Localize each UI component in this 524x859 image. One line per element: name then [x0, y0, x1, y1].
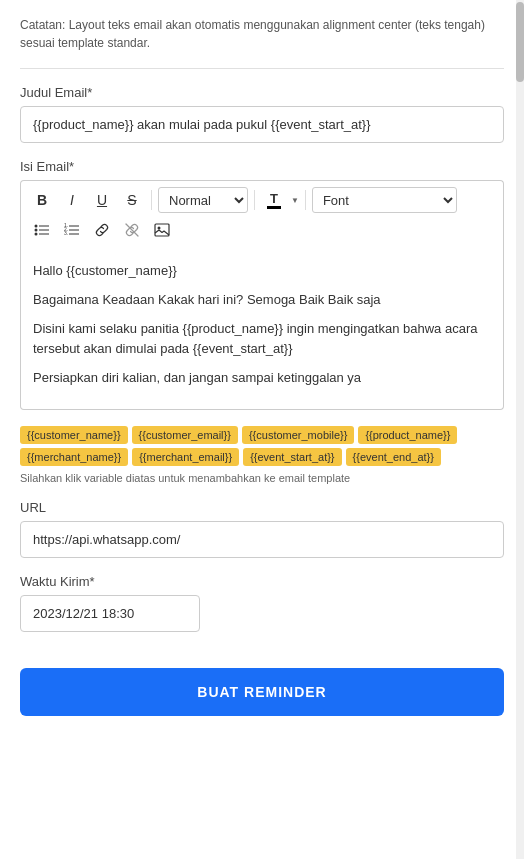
waktu-field-group: Waktu Kirim* — [20, 574, 504, 632]
email-body-area[interactable]: Hallo {{customer_name}} Bagaimana Keadaa… — [20, 249, 504, 410]
url-field-group: URL — [20, 500, 504, 558]
toolbar-sep-1 — [151, 190, 152, 210]
image-icon — [154, 222, 170, 238]
svg-rect-5 — [39, 234, 49, 235]
svg-rect-11 — [69, 234, 79, 235]
text-color-icon: T — [270, 192, 278, 205]
text-color-button[interactable]: T — [261, 187, 287, 213]
body-line-3: Disini kami selaku panitia {{product_nam… — [33, 319, 491, 361]
var-product-name[interactable]: {{product_name}} — [358, 426, 457, 444]
var-merchant-name[interactable]: {{merchant_name}} — [20, 448, 128, 466]
bold-button[interactable]: B — [29, 187, 55, 213]
isi-field-group: Isi Email* B I U S Normal Small Large Hu… — [20, 159, 504, 410]
svg-point-0 — [35, 225, 38, 228]
color-dropdown-arrow[interactable]: ▼ — [291, 196, 299, 205]
body-line-4: Persiapkan diri kalian, dan jangan sampa… — [33, 368, 491, 389]
email-toolbar: B I U S Normal Small Large Huge T ▼ — [20, 180, 504, 249]
link-button[interactable] — [89, 217, 115, 243]
page-container: Catatan: Layout teks email akan otomatis… — [0, 0, 524, 732]
var-event-end[interactable]: {{event_end_at}} — [346, 448, 441, 466]
svg-rect-1 — [39, 226, 49, 227]
judul-field-group: Judul Email* — [20, 85, 504, 143]
unlink-button[interactable] — [119, 217, 145, 243]
underline-button[interactable]: U — [89, 187, 115, 213]
waktu-label: Waktu Kirim* — [20, 574, 504, 589]
list-ul-icon — [34, 222, 50, 238]
toolbar-sep-2 — [254, 190, 255, 210]
variable-tags: {{customer_name}} {{customer_email}} {{c… — [20, 426, 504, 466]
body-line-2: Bagaimana Keadaan Kakak hari ini? Semoga… — [33, 290, 491, 311]
svg-rect-13 — [155, 224, 169, 236]
font-size-select[interactable]: Normal Small Large Huge — [158, 187, 248, 213]
link-icon — [94, 222, 110, 238]
svg-text:3.: 3. — [64, 230, 68, 236]
judul-label: Judul Email* — [20, 85, 504, 100]
scrollbar-thumb[interactable] — [516, 2, 524, 82]
svg-rect-7 — [69, 226, 79, 227]
variables-section: {{customer_name}} {{customer_email}} {{c… — [20, 426, 504, 484]
info-note: Catatan: Layout teks email akan otomatis… — [20, 16, 504, 52]
var-hint: Silahkan klik variable diatas untuk mena… — [20, 472, 504, 484]
unordered-list-button[interactable] — [29, 217, 55, 243]
body-line-1: Hallo {{customer_name}} — [33, 261, 491, 282]
svg-rect-9 — [69, 230, 79, 231]
submit-button[interactable]: BUAT REMINDER — [20, 668, 504, 716]
scrollbar[interactable] — [516, 0, 524, 859]
svg-point-2 — [35, 229, 38, 232]
color-indicator — [267, 206, 281, 209]
svg-rect-3 — [39, 230, 49, 231]
isi-label: Isi Email* — [20, 159, 504, 174]
divider — [20, 68, 504, 69]
var-customer-email[interactable]: {{customer_email}} — [132, 426, 238, 444]
url-label: URL — [20, 500, 504, 515]
unlink-icon — [124, 222, 140, 238]
svg-point-14 — [158, 227, 161, 230]
strikethrough-button[interactable]: S — [119, 187, 145, 213]
svg-point-4 — [35, 233, 38, 236]
italic-button[interactable]: I — [59, 187, 85, 213]
judul-input[interactable] — [20, 106, 504, 143]
toolbar-row-1: B I U S Normal Small Large Huge T ▼ — [29, 187, 495, 213]
list-ol-icon: 1. 2. 3. — [64, 222, 80, 238]
ordered-list-button[interactable]: 1. 2. 3. — [59, 217, 85, 243]
font-family-select[interactable]: Font Arial Times New Roman Courier — [312, 187, 457, 213]
waktu-input[interactable] — [20, 595, 200, 632]
var-merchant-email[interactable]: {{merchant_email}} — [132, 448, 239, 466]
url-input[interactable] — [20, 521, 504, 558]
toolbar-row-2: 1. 2. 3. — [29, 217, 495, 243]
var-customer-mobile[interactable]: {{customer_mobile}} — [242, 426, 354, 444]
image-button[interactable] — [149, 217, 175, 243]
var-customer-name[interactable]: {{customer_name}} — [20, 426, 128, 444]
var-event-start[interactable]: {{event_start_at}} — [243, 448, 341, 466]
toolbar-sep-3 — [305, 190, 306, 210]
